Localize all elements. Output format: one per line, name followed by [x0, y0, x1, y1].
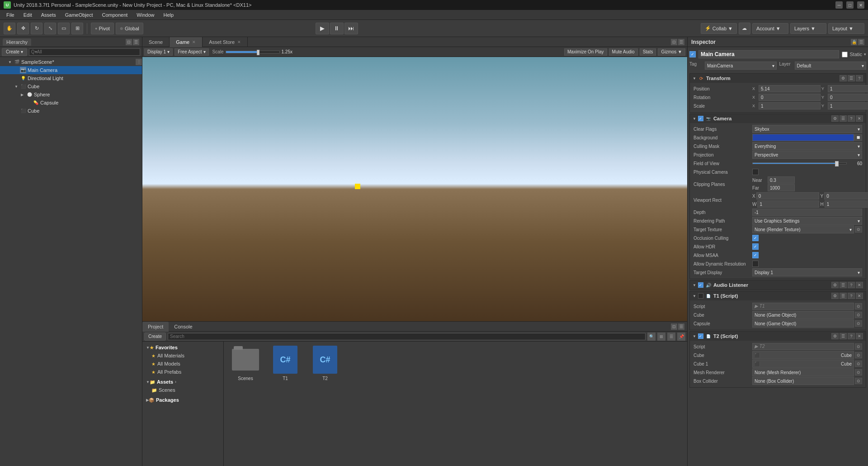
rendering-path-dropdown[interactable]: Use Graphics Settings ▾ — [752, 217, 862, 225]
t1-help-btn[interactable]: ? — [848, 293, 855, 299]
menu-gameobject[interactable]: GameObject — [61, 10, 98, 20]
t1-cube-dropdown[interactable]: None (Game Object) — [752, 311, 854, 319]
hierarchy-item-sphere[interactable]: ▶ ⚪ Sphere — [0, 90, 142, 99]
culling-mask-dropdown[interactable]: Everything ▾ — [752, 142, 862, 150]
inspector-menu[interactable]: ☰ — [858, 39, 864, 45]
hierarchy-item-directionallight[interactable]: 💡 Directional Light — [0, 74, 142, 82]
menu-file[interactable]: File — [2, 10, 19, 20]
t2-help-btn[interactable]: ? — [848, 333, 855, 339]
play-button[interactable]: ▶ — [316, 23, 329, 34]
t2-cube-select[interactable]: ⊙ — [855, 352, 862, 358]
position-y[interactable] — [828, 85, 868, 92]
layout-dropdown[interactable]: Layout ▼ — [828, 23, 864, 34]
menu-help[interactable]: Help — [159, 10, 178, 20]
scale-slider[interactable] — [226, 51, 280, 53]
rotation-x[interactable] — [759, 94, 821, 101]
rotate-tool[interactable]: ↻ — [31, 23, 42, 34]
display-dropdown[interactable]: Display 1 ▾ — [144, 48, 173, 56]
rect-tool[interactable]: ▭ — [58, 23, 70, 34]
project-all-prefabs[interactable]: ★ All Prefabs — [142, 368, 223, 376]
t2-check[interactable]: ✓ — [698, 333, 703, 339]
fov-slider[interactable] — [752, 162, 847, 164]
menu-assets[interactable]: Assets — [37, 10, 61, 20]
scale-y[interactable] — [828, 102, 868, 109]
mute-btn[interactable]: Mute Audio — [609, 48, 638, 56]
transform-header[interactable]: ▼ ⟳ Transform ⚙ ☰ ? — [690, 74, 866, 83]
t1-menu-btn[interactable]: ☰ — [840, 293, 847, 299]
camera-settings-btn[interactable]: ⚙ — [831, 115, 839, 122]
view-menu[interactable]: ☰ — [678, 39, 684, 45]
assetstore-tab-close[interactable]: ✕ — [237, 40, 241, 44]
static-dropdown-icon[interactable]: ▾ — [864, 52, 866, 57]
target-texture-select-btn[interactable]: ⊙ — [855, 226, 862, 233]
project-packages-header[interactable]: ▶ 📦 Packages — [142, 396, 223, 404]
audio-menu-btn[interactable]: ☰ — [840, 282, 847, 288]
t1-cube-select[interactable]: ⊙ — [855, 312, 862, 318]
game-tab[interactable]: Game ✕ — [170, 37, 203, 47]
minimize-button[interactable]: ─ — [835, 1, 843, 9]
t1-close-btn[interactable]: ✕ — [856, 293, 863, 299]
audio-close-btn[interactable]: ✕ — [856, 282, 863, 288]
hierarchy-item-cube2[interactable]: ⬛ Cube — [0, 107, 142, 115]
t1-capsule-select[interactable]: ⊙ — [855, 320, 862, 327]
static-checkbox[interactable] — [842, 52, 848, 57]
hierarchy-tab[interactable]: Hierarchy — [3, 38, 31, 46]
project-create-button[interactable]: Create — [144, 333, 166, 341]
view-lock[interactable]: ⊡ — [671, 39, 677, 45]
maximize-btn[interactable]: Maximize On Play — [564, 48, 607, 56]
pause-button[interactable]: ⏸ — [330, 23, 344, 34]
hierarchy-item-cube1[interactable]: ▼ ⬛ Cube — [0, 82, 142, 90]
hierarchy-search-input[interactable] — [29, 48, 140, 56]
move-tool[interactable]: ✥ — [17, 23, 29, 34]
pivot-button[interactable]: ● Pivot — [91, 23, 114, 34]
layer-dropdown[interactable]: Default ▾ — [795, 62, 867, 70]
asset-scenes[interactable]: Scenes — [227, 345, 264, 381]
collab-button[interactable]: ⚡ Collab ▼ — [701, 23, 737, 34]
inspector-lock[interactable]: 🔒 — [851, 39, 857, 45]
depth-input[interactable] — [752, 209, 862, 216]
asset-t1[interactable]: C# T1 — [267, 345, 303, 381]
project-scenes-folder[interactable]: 📁 Scenes — [142, 386, 223, 394]
project-options1[interactable]: ⊞ — [657, 333, 665, 341]
step-button[interactable]: ⏭ — [344, 23, 358, 34]
allow-hdr-check[interactable]: ✓ — [752, 243, 759, 250]
hierarchy-item-capsule[interactable]: 💊 Capsule — [0, 99, 142, 107]
asset-t2[interactable]: C# T2 — [307, 345, 343, 381]
project-all-materials[interactable]: ★ All Materials — [142, 352, 223, 360]
audio-enabled-check[interactable]: ✓ — [698, 282, 703, 288]
aspect-dropdown[interactable]: Free Aspect ▾ — [175, 48, 208, 56]
t2-cube-dropdown[interactable]: ⬛ Cube — [752, 351, 854, 359]
audio-help-btn[interactable]: ? — [848, 282, 855, 288]
t1-capsule-dropdown[interactable]: None (Game Object) — [752, 319, 854, 328]
viewport-x-input[interactable] — [756, 192, 820, 200]
object-enabled-check[interactable]: ✓ — [689, 51, 696, 57]
search-icon-btn[interactable]: 🔍 — [647, 333, 656, 341]
project-all-models[interactable]: ★ All Models — [142, 360, 223, 368]
target-display-dropdown[interactable]: Display 1 ▾ — [752, 268, 862, 276]
viewport-h-input[interactable] — [825, 200, 868, 208]
audio-settings-btn[interactable]: ⚙ — [831, 282, 839, 288]
physical-camera-check[interactable] — [752, 169, 759, 175]
layers-dropdown[interactable]: Layers ▼ — [790, 23, 826, 34]
account-dropdown[interactable]: Account ▼ — [752, 23, 788, 34]
background-eyedropper[interactable]: 🔲 — [854, 134, 862, 141]
close-button[interactable]: ✕ — [857, 1, 864, 9]
camera-enabled-check[interactable]: ✓ — [698, 116, 703, 121]
occlusion-culling-check[interactable]: ✓ — [752, 235, 759, 241]
scale-tool[interactable]: ⤡ — [44, 23, 56, 34]
position-x[interactable] — [759, 85, 821, 92]
transform-tool[interactable]: ⊞ — [71, 23, 83, 34]
camera-help-btn[interactable]: ? — [848, 115, 855, 122]
camera-close-btn[interactable]: ✕ — [856, 115, 863, 122]
tag-dropdown[interactable]: MainCamera ▾ — [705, 62, 777, 70]
hierarchy-create-button[interactable]: Create ▾ — [2, 48, 27, 56]
scene-tab[interactable]: Scene — [142, 37, 170, 47]
menu-edit[interactable]: Edit — [19, 10, 37, 20]
object-name-input[interactable] — [698, 50, 839, 58]
gizmos-btn[interactable]: Gizmos ▼ — [658, 48, 685, 56]
scene-menu-btn[interactable]: ⋮ — [136, 59, 142, 65]
target-texture-dropdown[interactable]: None (Render Texture) ▾ — [752, 225, 854, 233]
cloud-button[interactable]: ☁ — [739, 23, 750, 34]
hand-tool[interactable]: ✋ — [4, 23, 15, 34]
t1-settings-btn[interactable]: ⚙ — [831, 293, 839, 299]
